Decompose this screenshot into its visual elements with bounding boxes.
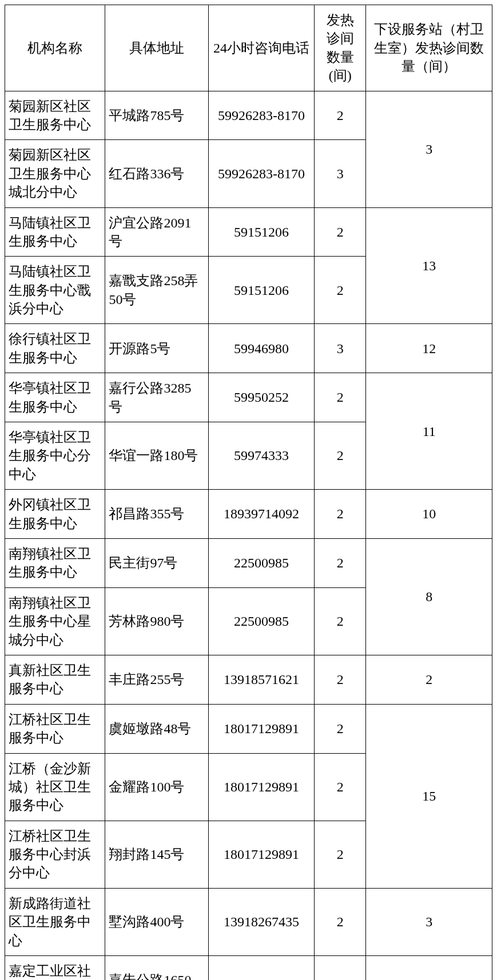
table-row: 嘉定工业区社区卫生服务中心嘉朱公路1650号13310063106316 (5, 956, 492, 980)
cell-substation-count: 2 (366, 655, 492, 704)
table-row: 菊园新区社区卫生服务中心平城路785号59926283-817023 (5, 91, 492, 140)
header-row: 机构名称 具体地址 24小时咨询电话 发热 诊间 数量 (间) 下设服务站（村卫… (5, 5, 492, 91)
cell-substation-count: 10 (366, 490, 492, 539)
cell-addr: 华谊一路180号 (105, 422, 208, 490)
cell-rooms: 2 (315, 821, 366, 888)
cell-substation-count: 15 (366, 704, 492, 888)
cell-rooms: 3 (315, 324, 366, 373)
cell-name: 真新社区卫生服务中心 (5, 655, 105, 704)
table-row: 马陆镇社区卫生服务中心沪宜公路2091号59151206213 (5, 207, 492, 257)
table-row: 外冈镇社区卫生服务中心祁昌路355号18939714092210 (5, 490, 492, 539)
cell-phone: 59926283-8170 (208, 91, 314, 140)
cell-name: 江桥社区卫生服务中心 (5, 704, 105, 753)
cell-substation-count: 3 (366, 888, 492, 955)
cell-phone: 13918571621 (208, 655, 314, 704)
cell-substation-count: 3 (366, 91, 492, 207)
cell-addr: 嘉戬支路258弄50号 (105, 257, 208, 324)
cell-substation-count: 8 (366, 538, 492, 655)
cell-phone: 22500985 (208, 538, 314, 587)
cell-addr: 祁昌路355号 (105, 490, 208, 539)
table-row: 徐行镇社区卫生服务中心开源路5号59946980312 (5, 324, 492, 373)
cell-addr: 嘉朱公路1650号 (105, 956, 208, 980)
cell-name: 马陆镇社区卫生服务中心戬浜分中心 (5, 257, 105, 324)
cell-substation-count: 16 (366, 956, 492, 980)
cell-phone: 59946980 (208, 324, 314, 373)
cell-phone: 18017129891 (208, 821, 314, 888)
cell-phone: 18017129891 (208, 704, 314, 753)
cell-phone: 13918267435 (208, 888, 314, 955)
cell-rooms: 2 (315, 257, 366, 324)
cell-phone: 59151206 (208, 257, 314, 324)
cell-name: 菊园新区社区卫生服务中心 (5, 91, 105, 140)
cell-name: 江桥（金沙新城）社区卫生服务中心 (5, 753, 105, 821)
cell-addr: 丰庄路255号 (105, 655, 208, 704)
cell-rooms: 2 (315, 490, 366, 539)
header-rooms: 发热 诊间 数量 (间) (315, 5, 366, 91)
table-row: 华亭镇社区卫生服务中心嘉行公路3285号59950252211 (5, 373, 492, 422)
cell-rooms: 2 (315, 538, 366, 587)
header-phone: 24小时咨询电话 (208, 5, 314, 91)
cell-addr: 沪宜公路2091号 (105, 207, 208, 257)
cell-phone: 59974333 (208, 422, 314, 490)
cell-name: 嘉定工业区社区卫生服务中心 (5, 956, 105, 980)
cell-addr: 开源路5号 (105, 324, 208, 373)
facilities-table: 机构名称 具体地址 24小时咨询电话 发热 诊间 数量 (间) 下设服务站（村卫… (5, 5, 492, 980)
cell-rooms: 2 (315, 753, 366, 821)
header-addr: 具体地址 (105, 5, 208, 91)
cell-rooms: 2 (315, 704, 366, 753)
cell-addr: 虞姬墩路48号 (105, 704, 208, 753)
cell-name: 马陆镇社区卫生服务中心 (5, 207, 105, 257)
cell-name: 江桥社区卫生服务中心封浜分中心 (5, 821, 105, 888)
cell-rooms: 2 (315, 655, 366, 704)
cell-name: 南翔镇社区卫生服务中心星城分中心 (5, 587, 105, 655)
table-row: 南翔镇社区卫生服务中心民主街97号2250098528 (5, 538, 492, 587)
cell-name: 外冈镇社区卫生服务中心 (5, 490, 105, 539)
cell-addr: 芳林路980号 (105, 587, 208, 655)
cell-rooms: 2 (315, 587, 366, 655)
header-name: 机构名称 (5, 5, 105, 91)
table-body: 菊园新区社区卫生服务中心平城路785号59926283-817023菊园新区社区… (5, 91, 492, 980)
cell-addr: 民主街97号 (105, 538, 208, 587)
cell-name: 菊园新区社区卫生服务中心城北分中心 (5, 140, 105, 207)
cell-addr: 红石路336号 (105, 140, 208, 207)
cell-rooms: 2 (315, 373, 366, 422)
cell-phone: 59950252 (208, 373, 314, 422)
cell-addr: 墅沟路400号 (105, 888, 208, 955)
cell-phone: 18017129891 (208, 753, 314, 821)
cell-phone: 59926283-8170 (208, 140, 314, 207)
cell-addr: 金耀路100号 (105, 753, 208, 821)
cell-phone: 59151206 (208, 207, 314, 257)
cell-name: 徐行镇社区卫生服务中心 (5, 324, 105, 373)
cell-rooms: 3 (315, 956, 366, 980)
cell-rooms: 2 (315, 91, 366, 140)
cell-phone: 18939714092 (208, 490, 314, 539)
cell-name: 南翔镇社区卫生服务中心 (5, 538, 105, 587)
cell-rooms: 2 (315, 888, 366, 955)
cell-rooms: 3 (315, 140, 366, 207)
cell-name: 华亭镇社区卫生服务中心 (5, 373, 105, 422)
table-row: 江桥社区卫生服务中心虞姬墩路48号18017129891215 (5, 704, 492, 753)
header-sub: 下设服务站（村卫生室）发热诊间数量（间） (366, 5, 492, 91)
cell-name: 华亭镇社区卫生服务中心分中心 (5, 422, 105, 490)
cell-name: 新成路街道社区卫生服务中心 (5, 888, 105, 955)
table-row: 真新社区卫生服务中心丰庄路255号1391857162122 (5, 655, 492, 704)
cell-rooms: 2 (315, 422, 366, 490)
cell-addr: 平城路785号 (105, 91, 208, 140)
cell-rooms: 2 (315, 207, 366, 257)
cell-substation-count: 11 (366, 373, 492, 490)
cell-substation-count: 13 (366, 207, 492, 324)
table-row: 新成路街道社区卫生服务中心墅沟路400号1391826743523 (5, 888, 492, 955)
cell-phone: 13310063106 (208, 956, 314, 980)
cell-addr: 嘉行公路3285号 (105, 373, 208, 422)
cell-addr: 翔封路145号 (105, 821, 208, 888)
cell-phone: 22500985 (208, 587, 314, 655)
cell-substation-count: 12 (366, 324, 492, 373)
